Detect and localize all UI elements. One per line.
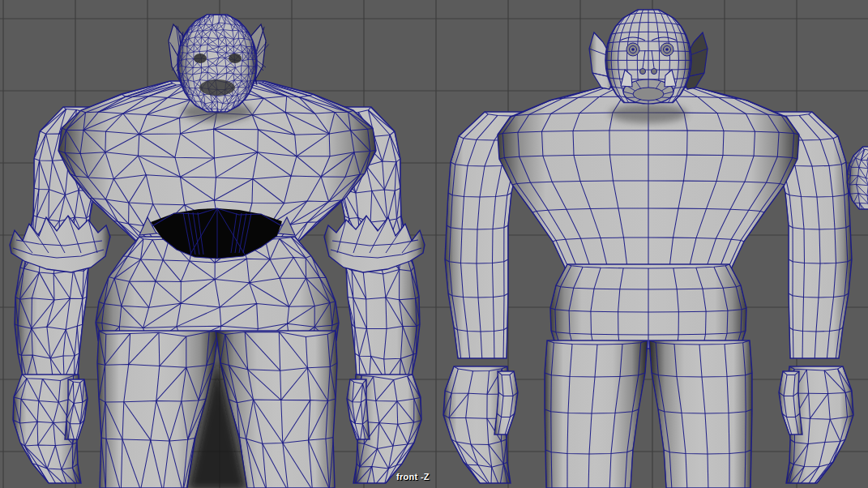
- right-leg: [649, 340, 752, 488]
- left-thumb: [494, 371, 518, 438]
- camera-label: front -Z: [396, 472, 430, 482]
- 3d-viewport[interactable]: front -Z: [0, 0, 868, 488]
- model-orc-triangulated[interactable]: [10, 8, 425, 488]
- hips: [550, 264, 746, 353]
- clipped-blob: [847, 147, 868, 215]
- viewport-canvas: [0, 0, 868, 488]
- left-thumb: [65, 379, 88, 443]
- right-thumb: [779, 371, 802, 438]
- model-orc-quads[interactable]: [443, 3, 853, 488]
- head-quad: [605, 3, 691, 108]
- right-thumb: [347, 379, 370, 444]
- left-leg: [545, 340, 648, 488]
- clipped-mesh-right-edge[interactable]: [847, 147, 868, 215]
